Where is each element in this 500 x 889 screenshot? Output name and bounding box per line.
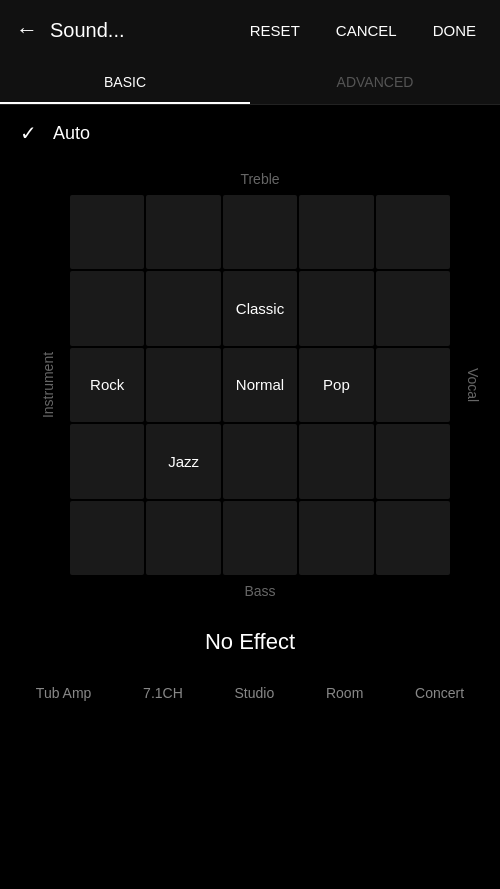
tab-advanced[interactable]: ADVANCED [250, 60, 500, 104]
grid-cell[interactable] [376, 501, 450, 575]
preset-studio[interactable]: Studio [235, 685, 275, 701]
grid-cell[interactable] [376, 424, 450, 498]
grid-cell[interactable] [146, 501, 220, 575]
grid-cell-normal[interactable]: Normal [223, 348, 297, 422]
grid-cell-jazz[interactable]: Jazz [146, 424, 220, 498]
eq-container: Treble Instrument Vocal Classic Rock Nor… [0, 171, 500, 599]
grid-cell[interactable] [223, 195, 297, 269]
grid-cell[interactable] [146, 348, 220, 422]
tab-basic[interactable]: BASIC [0, 60, 250, 104]
grid-cell[interactable] [299, 195, 373, 269]
preset-room[interactable]: Room [326, 685, 363, 701]
grid-cell[interactable] [146, 195, 220, 269]
auto-label: Auto [53, 123, 90, 144]
page-title: Sound... [50, 19, 125, 42]
instrument-label: Instrument [40, 352, 56, 418]
cancel-button[interactable]: CANCEL [328, 18, 405, 43]
grid-cell[interactable] [70, 501, 144, 575]
grid-cell-rock[interactable]: Rock [70, 348, 144, 422]
auto-row[interactable]: ✓ Auto [0, 105, 500, 161]
grid-cell[interactable] [299, 424, 373, 498]
grid-cell-classic[interactable]: Classic [223, 271, 297, 345]
grid-wrapper: Instrument Vocal Classic Rock Normal Pop… [70, 195, 450, 575]
presets-row: Tub Amp 7.1CH Studio Room Concert [0, 665, 500, 721]
back-button[interactable]: ← [16, 17, 38, 43]
header-actions: RESET CANCEL DONE [242, 18, 484, 43]
tabs: BASIC ADVANCED [0, 60, 500, 105]
grid-cell[interactable] [223, 501, 297, 575]
grid-cell[interactable] [146, 271, 220, 345]
grid-cell-pop[interactable]: Pop [299, 348, 373, 422]
preset-concert[interactable]: Concert [415, 685, 464, 701]
no-effect-label: No Effect [0, 629, 500, 655]
reset-button[interactable]: RESET [242, 18, 308, 43]
grid-cell[interactable] [70, 424, 144, 498]
eq-grid: Classic Rock Normal Pop Jazz [70, 195, 450, 575]
grid-cell[interactable] [299, 271, 373, 345]
preset-71ch[interactable]: 7.1CH [143, 685, 183, 701]
grid-cell[interactable] [376, 271, 450, 345]
grid-cell[interactable] [70, 271, 144, 345]
preset-tub-amp[interactable]: Tub Amp [36, 685, 92, 701]
grid-cell[interactable] [376, 348, 450, 422]
grid-cell[interactable] [70, 195, 144, 269]
header-left: ← Sound... [16, 17, 125, 43]
treble-label: Treble [70, 171, 450, 187]
grid-cell[interactable] [376, 195, 450, 269]
grid-cell[interactable] [223, 424, 297, 498]
auto-checkmark: ✓ [20, 121, 37, 145]
bass-label: Bass [70, 583, 450, 599]
grid-cell[interactable] [299, 501, 373, 575]
header: ← Sound... RESET CANCEL DONE [0, 0, 500, 60]
vocal-label: Vocal [465, 368, 481, 402]
done-button[interactable]: DONE [425, 18, 484, 43]
